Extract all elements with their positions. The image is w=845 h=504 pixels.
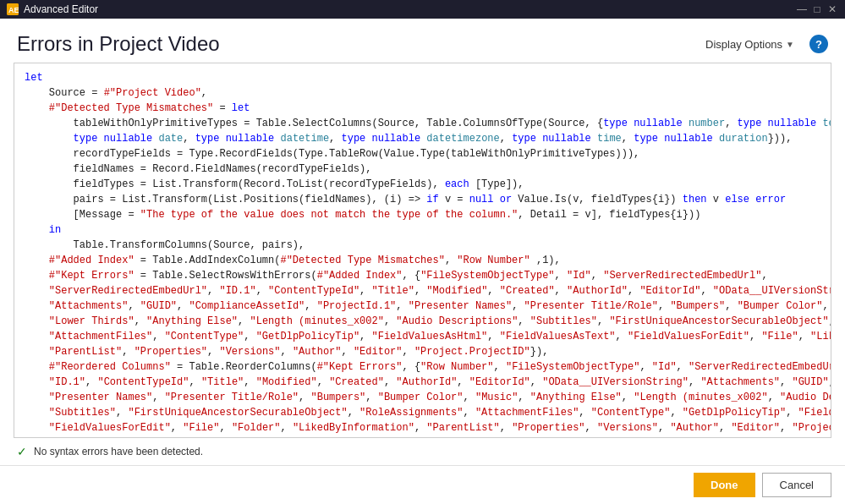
status-message: No syntax errors have been detected. xyxy=(34,446,203,457)
app-icon: AE xyxy=(7,3,19,15)
display-options-label: Display Options xyxy=(705,38,782,51)
svg-text:AE: AE xyxy=(8,6,19,14)
footer: Done Cancel xyxy=(0,465,845,504)
code-editor[interactable]: let Source = #"Project Video", #"Detecte… xyxy=(14,63,831,438)
page-title: Errors in Project Video xyxy=(17,32,220,56)
cancel-button[interactable]: Cancel xyxy=(762,473,831,497)
close-button[interactable]: ✕ xyxy=(826,3,838,15)
code-content: let Source = #"Project Video", #"Detecte… xyxy=(25,70,820,438)
minimize-button[interactable]: — xyxy=(796,3,808,15)
main-window: Errors in Project Video Display Options … xyxy=(0,19,845,504)
status-bar: ✓ No syntax errors have been detected. xyxy=(0,438,845,465)
done-button[interactable]: Done xyxy=(694,473,755,497)
header-actions: Display Options ▼ ? xyxy=(700,35,828,54)
window-controls[interactable]: — □ ✕ xyxy=(796,3,838,15)
maximize-button[interactable]: □ xyxy=(811,3,823,15)
chevron-down-icon: ▼ xyxy=(786,40,794,49)
display-options-button[interactable]: Display Options ▼ xyxy=(700,35,799,54)
help-button[interactable]: ? xyxy=(809,35,828,53)
title-bar-text: Advanced Editor xyxy=(24,3,791,15)
help-icon: ? xyxy=(815,38,822,51)
status-check-icon: ✓ xyxy=(17,445,27,458)
title-bar: AE Advanced Editor — □ ✕ xyxy=(0,0,845,19)
header: Errors in Project Video Display Options … xyxy=(0,19,845,63)
